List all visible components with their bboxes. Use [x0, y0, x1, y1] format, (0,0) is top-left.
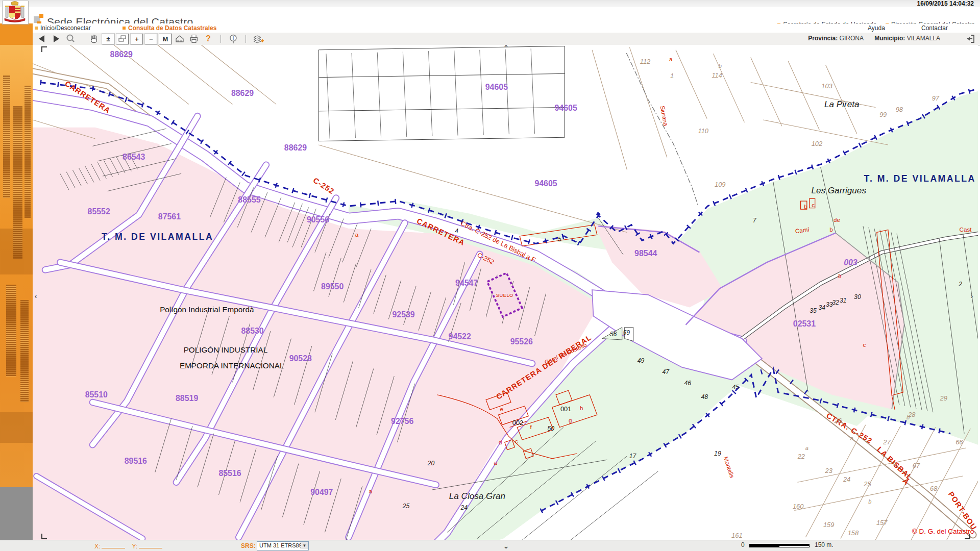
map-label: a — [838, 272, 841, 279]
map-label: 109 — [715, 181, 725, 188]
cadastral-map[interactable]: 8862988629886299460594605946058654385552… — [33, 45, 978, 540]
map-label: 27 — [883, 438, 891, 446]
map-label: 102 — [812, 140, 822, 147]
zoom-window-button[interactable] — [116, 34, 129, 44]
map-label: 90556 — [307, 215, 329, 224]
map-label: a — [355, 231, 359, 238]
zoom-municipality-button[interactable]: M — [159, 34, 172, 44]
layers-icon[interactable] — [252, 33, 264, 44]
tab-consulta-datos-catastrales[interactable]: Consulta de Datos Catastrales — [122, 24, 216, 32]
province-value: GIRONA — [840, 35, 864, 42]
zoom-in-button[interactable]: + — [131, 34, 143, 44]
map-label: 29 — [940, 394, 947, 402]
map-label: 24 — [460, 504, 468, 511]
help-icon[interactable]: ? — [202, 33, 214, 44]
map-label: 2 — [958, 281, 962, 288]
link-ayuda[interactable]: Ayuda — [868, 24, 885, 32]
map-label: 88629 — [231, 89, 254, 97]
map-label: 35 — [810, 307, 817, 314]
map-label: 20 — [427, 460, 435, 467]
map-label: 46 — [684, 380, 691, 387]
info-point-icon[interactable]: i — [227, 33, 239, 44]
zoom-plus-minus-button[interactable]: ± — [102, 34, 114, 44]
map-label: 88519 — [176, 394, 198, 403]
map-label: 92756 — [391, 417, 413, 425]
map-label: 49 — [638, 357, 645, 364]
scale-end-label: 150 m. — [815, 541, 834, 548]
zoom-out-button[interactable]: − — [145, 34, 157, 44]
map-label: 50 — [548, 425, 555, 432]
pan-down-arrow[interactable]: ⌄ — [503, 542, 509, 550]
city-photo — [0, 45, 33, 487]
map-label: 24 — [843, 475, 850, 483]
parcel-grid — [318, 46, 565, 141]
link-contactar[interactable]: Contactar — [921, 24, 948, 32]
zoom-icon[interactable] — [64, 33, 77, 44]
map-label: 88629 — [110, 50, 133, 59]
map-label: 85510 — [85, 390, 108, 399]
x-coordinate-field[interactable] — [102, 542, 125, 548]
chevron-down-icon: ▼ — [301, 542, 308, 549]
map-label: b — [719, 63, 722, 69]
map-label: Les Garrigues — [811, 185, 866, 195]
map-label: 68 — [930, 485, 938, 492]
tab-inicio-desconectar[interactable]: Inicio/Desconectar — [35, 24, 91, 32]
map-label: 94522 — [449, 332, 471, 341]
map-label: b — [868, 498, 871, 505]
map-label: 31 — [840, 297, 847, 304]
map-label: 94547 — [455, 279, 478, 287]
map-label: 85552 — [88, 207, 110, 216]
map-label: 85516 — [218, 469, 241, 478]
map-label: POLIGÓN INDUSTRIAL — [184, 345, 268, 354]
map-label: 88530 — [241, 327, 263, 335]
exit-icon[interactable] — [966, 34, 976, 46]
map-label: 161 — [731, 532, 742, 539]
back-icon[interactable] — [36, 33, 48, 44]
pan-right-arrow[interactable]: › — [971, 294, 973, 299]
scale-zero-label: 0 — [741, 541, 745, 548]
municipality-value: VILAMALLA — [907, 35, 940, 42]
map-label: 89516 — [125, 457, 147, 465]
map-label: 103 — [821, 82, 832, 90]
pan-left-arrow[interactable]: ‹ — [35, 294, 37, 299]
map-label: 157 — [876, 519, 888, 527]
measure-building-icon[interactable] — [174, 33, 186, 44]
municipality-label: Municipio: — [874, 35, 905, 42]
map-label: a — [494, 459, 497, 466]
svg-text:i: i — [233, 36, 234, 41]
map-label: 7 — [753, 217, 757, 224]
map-label: 02531 — [793, 319, 816, 328]
map-label: Montells — [723, 456, 736, 479]
print-icon[interactable] — [188, 33, 200, 44]
pan-hand-icon[interactable] — [88, 33, 100, 44]
map-label: 95526 — [510, 337, 533, 346]
map-label: 56 — [610, 331, 617, 338]
pan-up-arrow[interactable]: ⌃ — [503, 45, 509, 51]
map-label: 4 — [455, 228, 458, 235]
map-label: d — [499, 439, 502, 445]
srs-select[interactable]: UTM 31 ETRS89 ▼ — [257, 541, 309, 550]
map-label: Cast — [960, 226, 972, 233]
map-label: 94605 — [555, 104, 577, 112]
map-label: 88555 — [238, 195, 260, 204]
map-label: T. M. DE VILAMALLA — [102, 232, 213, 242]
map-label: La Closa Gran — [449, 491, 505, 501]
header: Sede Electrónica del Catastro Secretaría… — [0, 7, 980, 23]
map-label: 34 — [818, 304, 825, 311]
map-label: 001 — [560, 405, 571, 413]
y-coordinate-field[interactable] — [139, 542, 162, 548]
map-corner-mark — [965, 534, 970, 539]
map-label: c — [812, 202, 815, 208]
map-label: 94605 — [485, 83, 508, 91]
map-label: 5 — [558, 236, 561, 243]
map-label: de — [834, 216, 840, 223]
map-label: 19 — [714, 450, 721, 457]
map-label: g — [569, 417, 572, 423]
datetime: 16/09/2015 14:04:32 — [917, 0, 974, 7]
map-label: 88629 — [284, 143, 307, 152]
map-label: 48 — [701, 393, 708, 400]
map-label: 160 — [793, 503, 804, 510]
forward-icon[interactable] — [50, 33, 62, 44]
map-label: 90528 — [289, 354, 312, 363]
map-label: 17 — [629, 453, 637, 460]
